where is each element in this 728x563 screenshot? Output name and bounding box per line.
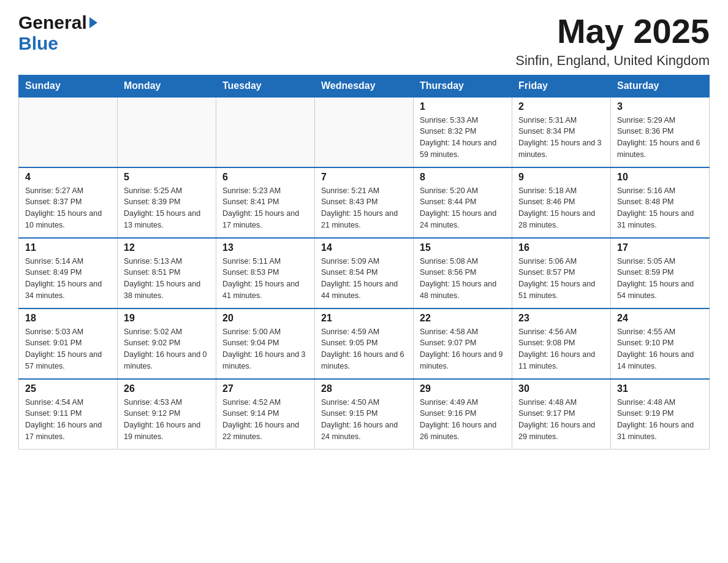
logo-general-text: General <box>18 12 87 33</box>
day-number: 23 <box>518 313 604 324</box>
day-number: 5 <box>124 172 210 183</box>
day-number: 3 <box>617 101 703 112</box>
day-info: Sunrise: 5:14 AMSunset: 8:49 PMDaylight:… <box>25 256 111 302</box>
logo-blue-text: Blue <box>18 33 58 53</box>
day-info: Sunrise: 4:58 AMSunset: 9:07 PMDaylight:… <box>420 326 506 372</box>
calendar-cell: 8Sunrise: 5:20 AMSunset: 8:44 PMDaylight… <box>414 167 512 238</box>
calendar-cell: 12Sunrise: 5:13 AMSunset: 8:51 PMDayligh… <box>118 238 216 308</box>
calendar-cell: 15Sunrise: 5:08 AMSunset: 8:56 PMDayligh… <box>414 238 512 308</box>
calendar-cell: 13Sunrise: 5:11 AMSunset: 8:53 PMDayligh… <box>216 238 315 308</box>
day-info: Sunrise: 5:27 AMSunset: 8:37 PMDaylight:… <box>25 185 111 231</box>
day-info: Sunrise: 4:56 AMSunset: 9:08 PMDaylight:… <box>518 326 604 372</box>
col-tuesday: Tuesday <box>216 75 315 97</box>
calendar-week-row: 1Sunrise: 5:33 AMSunset: 8:32 PMDaylight… <box>19 97 710 167</box>
day-info: Sunrise: 4:48 AMSunset: 9:19 PMDaylight:… <box>617 397 703 443</box>
day-info: Sunrise: 4:53 AMSunset: 9:12 PMDaylight:… <box>124 397 210 443</box>
calendar-cell <box>216 97 315 167</box>
day-info: Sunrise: 5:03 AMSunset: 9:01 PMDaylight:… <box>25 326 111 372</box>
day-info: Sunrise: 5:13 AMSunset: 8:51 PMDaylight:… <box>124 256 210 302</box>
calendar-cell: 31Sunrise: 4:48 AMSunset: 9:19 PMDayligh… <box>611 379 710 450</box>
day-info: Sunrise: 5:06 AMSunset: 8:57 PMDaylight:… <box>518 256 604 302</box>
calendar-table: Sunday Monday Tuesday Wednesday Thursday… <box>18 75 710 450</box>
calendar-cell: 22Sunrise: 4:58 AMSunset: 9:07 PMDayligh… <box>414 308 512 379</box>
calendar-cell: 29Sunrise: 4:49 AMSunset: 9:16 PMDayligh… <box>414 379 512 450</box>
calendar-cell: 4Sunrise: 5:27 AMSunset: 8:37 PMDaylight… <box>19 167 118 238</box>
day-number: 30 <box>518 383 604 394</box>
day-info: Sunrise: 5:18 AMSunset: 8:46 PMDaylight:… <box>518 185 604 231</box>
day-number: 31 <box>617 383 703 394</box>
day-number: 17 <box>617 242 703 253</box>
calendar-cell: 21Sunrise: 4:59 AMSunset: 9:05 PMDayligh… <box>315 308 414 379</box>
calendar-cell: 19Sunrise: 5:02 AMSunset: 9:02 PMDayligh… <box>118 308 216 379</box>
col-thursday: Thursday <box>414 75 512 97</box>
page-header: General Blue May 2025 Sinfin, England, U… <box>18 12 710 69</box>
calendar-cell: 2Sunrise: 5:31 AMSunset: 8:34 PMDaylight… <box>512 97 611 167</box>
day-info: Sunrise: 4:54 AMSunset: 9:11 PMDaylight:… <box>25 397 111 443</box>
day-info: Sunrise: 5:08 AMSunset: 8:56 PMDaylight:… <box>420 256 506 302</box>
day-info: Sunrise: 5:33 AMSunset: 8:32 PMDaylight:… <box>420 115 506 161</box>
logo: General Blue <box>18 12 97 54</box>
day-number: 19 <box>124 313 210 324</box>
calendar-cell: 9Sunrise: 5:18 AMSunset: 8:46 PMDaylight… <box>512 167 611 238</box>
day-info: Sunrise: 5:02 AMSunset: 9:02 PMDaylight:… <box>124 326 210 372</box>
day-info: Sunrise: 5:09 AMSunset: 8:54 PMDaylight:… <box>321 256 407 302</box>
calendar-cell: 28Sunrise: 4:50 AMSunset: 9:15 PMDayligh… <box>315 379 414 450</box>
day-number: 6 <box>222 172 308 183</box>
day-number: 27 <box>222 383 308 394</box>
day-number: 12 <box>124 242 210 253</box>
calendar-cell: 23Sunrise: 4:56 AMSunset: 9:08 PMDayligh… <box>512 308 611 379</box>
day-number: 11 <box>25 242 111 253</box>
day-number: 8 <box>420 172 506 183</box>
day-number: 18 <box>25 313 111 324</box>
day-number: 20 <box>222 313 308 324</box>
day-number: 7 <box>321 172 407 183</box>
day-info: Sunrise: 5:21 AMSunset: 8:43 PMDaylight:… <box>321 185 407 231</box>
calendar-cell: 26Sunrise: 4:53 AMSunset: 9:12 PMDayligh… <box>118 379 216 450</box>
calendar-cell: 3Sunrise: 5:29 AMSunset: 8:36 PMDaylight… <box>611 97 710 167</box>
day-number: 1 <box>420 101 506 112</box>
day-info: Sunrise: 5:00 AMSunset: 9:04 PMDaylight:… <box>222 326 308 372</box>
title-area: May 2025 Sinfin, England, United Kingdom <box>515 12 710 69</box>
day-info: Sunrise: 5:05 AMSunset: 8:59 PMDaylight:… <box>617 256 703 302</box>
calendar-cell <box>118 97 216 167</box>
day-number: 16 <box>518 242 604 253</box>
day-info: Sunrise: 4:55 AMSunset: 9:10 PMDaylight:… <box>617 326 703 372</box>
col-saturday: Saturday <box>611 75 710 97</box>
calendar-week-row: 25Sunrise: 4:54 AMSunset: 9:11 PMDayligh… <box>19 379 710 450</box>
day-number: 14 <box>321 242 407 253</box>
day-info: Sunrise: 4:50 AMSunset: 9:15 PMDaylight:… <box>321 397 407 443</box>
day-info: Sunrise: 4:49 AMSunset: 9:16 PMDaylight:… <box>420 397 506 443</box>
calendar-cell: 11Sunrise: 5:14 AMSunset: 8:49 PMDayligh… <box>19 238 118 308</box>
day-info: Sunrise: 4:59 AMSunset: 9:05 PMDaylight:… <box>321 326 407 372</box>
calendar-week-row: 4Sunrise: 5:27 AMSunset: 8:37 PMDaylight… <box>19 167 710 238</box>
calendar-cell: 7Sunrise: 5:21 AMSunset: 8:43 PMDaylight… <box>315 167 414 238</box>
calendar-cell: 25Sunrise: 4:54 AMSunset: 9:11 PMDayligh… <box>19 379 118 450</box>
calendar-cell: 24Sunrise: 4:55 AMSunset: 9:10 PMDayligh… <box>611 308 710 379</box>
day-number: 15 <box>420 242 506 253</box>
col-friday: Friday <box>512 75 611 97</box>
calendar-cell: 20Sunrise: 5:00 AMSunset: 9:04 PMDayligh… <box>216 308 315 379</box>
calendar-cell: 16Sunrise: 5:06 AMSunset: 8:57 PMDayligh… <box>512 238 611 308</box>
day-number: 4 <box>25 172 111 183</box>
calendar-cell: 18Sunrise: 5:03 AMSunset: 9:01 PMDayligh… <box>19 308 118 379</box>
calendar-cell: 6Sunrise: 5:23 AMSunset: 8:41 PMDaylight… <box>216 167 315 238</box>
day-number: 24 <box>617 313 703 324</box>
calendar-cell: 27Sunrise: 4:52 AMSunset: 9:14 PMDayligh… <box>216 379 315 450</box>
calendar-week-row: 11Sunrise: 5:14 AMSunset: 8:49 PMDayligh… <box>19 238 710 308</box>
calendar-cell: 1Sunrise: 5:33 AMSunset: 8:32 PMDaylight… <box>414 97 512 167</box>
day-info: Sunrise: 4:48 AMSunset: 9:17 PMDaylight:… <box>518 397 604 443</box>
logo-triangle-icon <box>89 17 97 28</box>
day-number: 29 <box>420 383 506 394</box>
day-number: 25 <box>25 383 111 394</box>
day-info: Sunrise: 4:52 AMSunset: 9:14 PMDaylight:… <box>222 397 308 443</box>
day-number: 9 <box>518 172 604 183</box>
day-number: 10 <box>617 172 703 183</box>
day-number: 22 <box>420 313 506 324</box>
calendar-cell: 17Sunrise: 5:05 AMSunset: 8:59 PMDayligh… <box>611 238 710 308</box>
calendar-body: 1Sunrise: 5:33 AMSunset: 8:32 PMDaylight… <box>19 97 710 450</box>
col-monday: Monday <box>118 75 216 97</box>
calendar-header-row: Sunday Monday Tuesday Wednesday Thursday… <box>19 75 710 97</box>
col-wednesday: Wednesday <box>315 75 414 97</box>
day-number: 28 <box>321 383 407 394</box>
calendar-cell <box>315 97 414 167</box>
